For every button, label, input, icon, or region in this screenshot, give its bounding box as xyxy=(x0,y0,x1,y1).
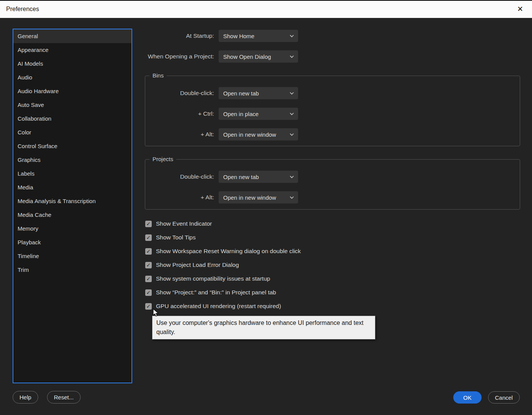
when-opening-project-select[interactable]: Show Open Dialog xyxy=(219,50,298,63)
sidebar-item-playback[interactable]: Playback xyxy=(13,236,131,249)
title-bar: Preferences ✕ xyxy=(0,0,532,18)
chevron-down-icon xyxy=(290,55,294,58)
checkbox-project-load-error[interactable]: ✓ Show Project Load Error Dialog xyxy=(145,261,239,269)
dropdown-value: Open in place xyxy=(223,111,259,117)
chevron-down-icon xyxy=(290,113,294,115)
checkbox-checked-icon[interactable]: ✓ xyxy=(145,289,152,296)
bins-double-click-label: Double-click: xyxy=(0,87,214,99)
help-button[interactable]: Help xyxy=(13,391,38,404)
chevron-down-icon xyxy=(290,133,294,136)
dropdown-value: Open in new window xyxy=(223,131,276,138)
projects-alt-select[interactable]: Open in new window xyxy=(219,191,298,203)
checkbox-label: GPU accelerated UI rendering (restart re… xyxy=(156,303,281,310)
bins-group-title: Bins xyxy=(149,72,167,79)
checkbox-checked-icon[interactable]: ✓ xyxy=(145,276,152,282)
checkbox-gpu-accelerated-ui[interactable]: ✓ GPU accelerated UI rendering (restart … xyxy=(145,302,281,310)
projects-double-click-label: Double-click: xyxy=(0,171,214,183)
screen-edge xyxy=(0,0,532,1)
chevron-down-icon xyxy=(290,176,294,178)
at-startup-select[interactable]: Show Home xyxy=(219,30,298,42)
sidebar-item-memory[interactable]: Memory xyxy=(13,222,131,236)
dropdown-value: Open in new window xyxy=(223,194,276,201)
checkbox-project-bin-tab[interactable]: ✓ Show “Project:” and “Bin:” in Project … xyxy=(145,289,276,296)
when-opening-project-label: When Opening a Project: xyxy=(0,50,214,63)
bins-ctrl-select[interactable]: Open in place xyxy=(219,108,298,120)
checkbox-system-compatibility[interactable]: ✓ Show system compatibility issues at st… xyxy=(145,275,270,283)
checkbox-checked-icon[interactable]: ✓ xyxy=(145,234,152,241)
bins-double-click-select[interactable]: Open new tab xyxy=(219,87,298,99)
sidebar-item-timeline[interactable]: Timeline xyxy=(13,249,131,263)
dropdown-value: Show Home xyxy=(223,33,255,39)
sidebar-item-control-surface[interactable]: Control Surface xyxy=(13,139,131,153)
projects-double-click-select[interactable]: Open new tab xyxy=(219,171,298,183)
sidebar-item-trim[interactable]: Trim xyxy=(13,263,131,277)
chevron-down-icon xyxy=(290,92,294,95)
checkbox-show-event-indicator[interactable]: ✓ Show Event Indicator xyxy=(145,220,212,228)
gpu-tooltip: Use your computer's graphics hardware to… xyxy=(152,316,375,339)
dropdown-value: Open new tab xyxy=(223,90,259,97)
checkbox-label: Show Project Load Error Dialog xyxy=(156,262,239,268)
checkbox-label: Show system compatibility issues at star… xyxy=(156,275,270,282)
checkbox-checked-icon[interactable]: ✓ xyxy=(145,262,152,268)
dropdown-value: Show Open Dialog xyxy=(223,53,271,60)
checkbox-label: Show Event Indicator xyxy=(156,220,212,227)
close-icon[interactable]: ✕ xyxy=(511,0,529,18)
checkbox-checked-icon[interactable]: ✓ xyxy=(145,303,152,310)
sidebar-item-media-cache[interactable]: Media Cache xyxy=(13,208,131,222)
checkbox-checked-icon[interactable]: ✓ xyxy=(145,221,152,227)
projects-group-title: Projects xyxy=(149,156,176,163)
checkbox-workspace-reset-warning[interactable]: ✓ Show Workspace Reset Warning dialog on… xyxy=(145,247,301,255)
checkbox-label: Show Workspace Reset Warning dialog on d… xyxy=(156,248,301,255)
window-title: Preferences xyxy=(6,0,39,18)
bins-alt-label: + Alt: xyxy=(0,128,214,140)
bins-ctrl-label: + Ctrl: xyxy=(0,108,214,120)
bins-alt-select[interactable]: Open in new window xyxy=(219,128,298,140)
preferences-dialog: Preferences ✕ General Appearance AI Mode… xyxy=(0,0,532,415)
category-list: General Appearance AI Models Audio Audio… xyxy=(13,29,132,383)
checkbox-checked-icon[interactable]: ✓ xyxy=(145,248,152,255)
checkbox-label: Show “Project:” and “Bin:” in Project pa… xyxy=(156,289,276,296)
sidebar-item-audio[interactable]: Audio xyxy=(13,71,131,84)
reset-button[interactable]: Reset... xyxy=(47,391,81,404)
dropdown-value: Open new tab xyxy=(223,174,259,180)
chevron-down-icon xyxy=(290,196,294,199)
projects-alt-label: + Alt: xyxy=(0,191,214,203)
ok-button[interactable]: OK xyxy=(453,391,482,404)
checkbox-label: Show Tool Tips xyxy=(156,234,196,241)
cancel-button[interactable]: Cancel xyxy=(488,391,520,404)
checkbox-show-tool-tips[interactable]: ✓ Show Tool Tips xyxy=(145,234,196,241)
mouse-cursor-icon xyxy=(152,308,160,317)
chevron-down-icon xyxy=(290,35,294,37)
at-startup-label: At Startup: xyxy=(0,30,214,42)
sidebar-item-graphics[interactable]: Graphics xyxy=(13,153,131,167)
